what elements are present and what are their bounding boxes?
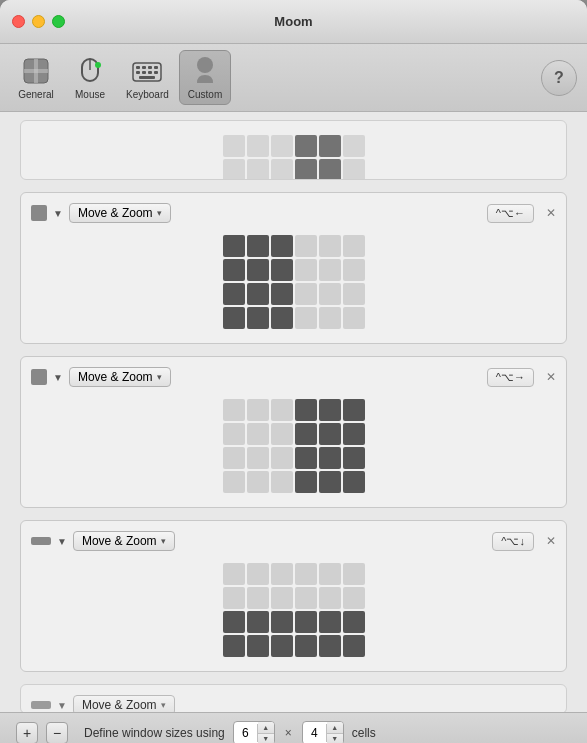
- cell[interactable]: [247, 135, 269, 157]
- cell[interactable]: [223, 635, 245, 657]
- cell[interactable]: [271, 635, 293, 657]
- cell[interactable]: [271, 471, 293, 493]
- cell[interactable]: [343, 587, 365, 609]
- cols-value[interactable]: 6: [234, 724, 258, 742]
- cell[interactable]: [343, 283, 365, 305]
- rule-checkbox-3[interactable]: [31, 537, 51, 545]
- cell[interactable]: [295, 611, 317, 633]
- cell[interactable]: [247, 159, 269, 180]
- cell[interactable]: [295, 283, 317, 305]
- cell[interactable]: [223, 447, 245, 469]
- grid-1[interactable]: [223, 235, 365, 329]
- cell[interactable]: [343, 235, 365, 257]
- shortcut-1[interactable]: ^⌥←: [487, 204, 534, 223]
- cell[interactable]: [343, 135, 365, 157]
- cell[interactable]: [295, 307, 317, 329]
- cell[interactable]: [271, 259, 293, 281]
- rule-expand-1[interactable]: ▼: [53, 208, 63, 219]
- grid-3[interactable]: [223, 563, 365, 657]
- toolbar-item-general[interactable]: General: [10, 51, 62, 104]
- cell[interactable]: [319, 447, 341, 469]
- cell[interactable]: [247, 283, 269, 305]
- cell[interactable]: [295, 563, 317, 585]
- cell[interactable]: [319, 135, 341, 157]
- cell[interactable]: [223, 235, 245, 257]
- cell[interactable]: [319, 283, 341, 305]
- cell[interactable]: [343, 611, 365, 633]
- cell[interactable]: [319, 611, 341, 633]
- rows-up-button[interactable]: ▲: [327, 722, 343, 734]
- rule-checkbox-2[interactable]: [31, 369, 47, 385]
- cell[interactable]: [247, 423, 269, 445]
- rule-close-3[interactable]: ✕: [546, 534, 556, 548]
- rule-expand-4[interactable]: ▼: [57, 700, 67, 711]
- add-rule-button[interactable]: +: [16, 722, 38, 743]
- cell[interactable]: [223, 423, 245, 445]
- cell[interactable]: [343, 259, 365, 281]
- cell[interactable]: [295, 259, 317, 281]
- rule-action-dropdown-1[interactable]: Move & Zoom ▾: [69, 203, 171, 223]
- toolbar-item-custom[interactable]: Custom: [179, 50, 231, 105]
- shortcut-3[interactable]: ^⌥↓: [492, 532, 534, 551]
- cell[interactable]: [319, 307, 341, 329]
- cell[interactable]: [295, 159, 317, 180]
- cell[interactable]: [271, 611, 293, 633]
- rows-down-button[interactable]: ▼: [327, 734, 343, 744]
- cell[interactable]: [343, 423, 365, 445]
- cell[interactable]: [223, 259, 245, 281]
- rule-expand-2[interactable]: ▼: [53, 372, 63, 383]
- cell[interactable]: [247, 635, 269, 657]
- cell[interactable]: [295, 471, 317, 493]
- cell[interactable]: [223, 135, 245, 157]
- cols-down-button[interactable]: ▼: [258, 734, 274, 744]
- grid-2[interactable]: [223, 399, 365, 493]
- cell[interactable]: [247, 447, 269, 469]
- close-button[interactable]: [12, 15, 25, 28]
- cell[interactable]: [319, 399, 341, 421]
- toolbar-item-mouse[interactable]: Mouse: [64, 51, 116, 104]
- cell[interactable]: [271, 447, 293, 469]
- cell[interactable]: [271, 235, 293, 257]
- rule-checkbox-4[interactable]: [31, 701, 51, 709]
- cell[interactable]: [247, 235, 269, 257]
- rule-checkbox-1[interactable]: [31, 205, 47, 221]
- rule-expand-3[interactable]: ▼: [57, 536, 67, 547]
- cell[interactable]: [247, 307, 269, 329]
- cell[interactable]: [295, 447, 317, 469]
- cell[interactable]: [319, 259, 341, 281]
- cell[interactable]: [319, 563, 341, 585]
- rule-close-2[interactable]: ✕: [546, 370, 556, 384]
- cell[interactable]: [319, 159, 341, 180]
- toolbar-item-keyboard[interactable]: Keyboard: [118, 51, 177, 104]
- cell[interactable]: [271, 307, 293, 329]
- cell[interactable]: [271, 135, 293, 157]
- cell[interactable]: [223, 587, 245, 609]
- cell[interactable]: [343, 471, 365, 493]
- cell[interactable]: [271, 283, 293, 305]
- cell[interactable]: [247, 563, 269, 585]
- rows-stepper[interactable]: 4 ▲ ▼: [302, 721, 344, 743]
- cell[interactable]: [223, 307, 245, 329]
- remove-rule-button[interactable]: −: [46, 722, 68, 743]
- cell[interactable]: [295, 423, 317, 445]
- cell[interactable]: [271, 159, 293, 180]
- cell[interactable]: [223, 563, 245, 585]
- cell[interactable]: [295, 135, 317, 157]
- cell[interactable]: [343, 635, 365, 657]
- rule-action-dropdown-3[interactable]: Move & Zoom ▾: [73, 531, 175, 551]
- cell[interactable]: [343, 307, 365, 329]
- cell[interactable]: [319, 235, 341, 257]
- minimize-button[interactable]: [32, 15, 45, 28]
- cell[interactable]: [319, 423, 341, 445]
- cell[interactable]: [247, 611, 269, 633]
- cell[interactable]: [295, 635, 317, 657]
- rows-value[interactable]: 4: [303, 724, 327, 742]
- cell[interactable]: [271, 587, 293, 609]
- cell[interactable]: [223, 611, 245, 633]
- help-button[interactable]: ?: [541, 60, 577, 96]
- cell[interactable]: [223, 471, 245, 493]
- cell[interactable]: [319, 587, 341, 609]
- grid-top[interactable]: [223, 135, 365, 180]
- cols-up-button[interactable]: ▲: [258, 722, 274, 734]
- cell[interactable]: [343, 399, 365, 421]
